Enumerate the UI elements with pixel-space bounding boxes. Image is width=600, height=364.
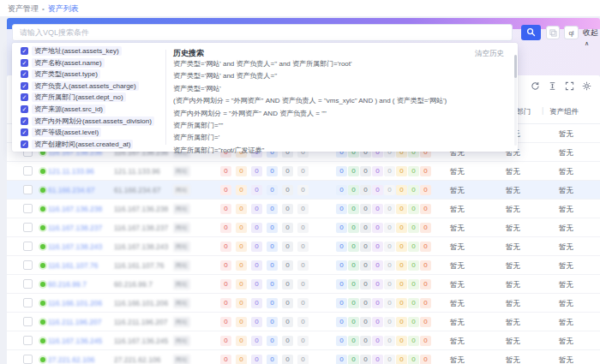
table-row[interactable]: 116.167.138.243116.167.138.243网站00000000… (7, 237, 600, 256)
checkbox-checked-icon[interactable]: ✓ (21, 82, 28, 90)
row-checkbox[interactable] (23, 166, 33, 176)
department-value: 暂无 (506, 167, 520, 177)
checkbox-checked-icon[interactable]: ✓ (21, 70, 28, 78)
asset-link[interactable]: 116.167.136.238 (48, 205, 102, 213)
row-checkbox[interactable] (23, 185, 33, 194)
field-option[interactable]: ✓资产等级(asset.level) (21, 127, 101, 138)
count-badge: 0 (396, 242, 407, 252)
asset-link[interactable]: 61.166.234.67 (48, 186, 94, 194)
checkbox-checked-icon[interactable]: ✓ (21, 117, 28, 125)
department-value: 暂无 (506, 205, 520, 215)
search-button[interactable] (521, 25, 541, 40)
checkbox-checked-icon[interactable]: ✓ (21, 59, 28, 67)
checkbox-checked-icon[interactable]: ✓ (21, 105, 28, 113)
search-input[interactable] (12, 24, 513, 41)
table-row[interactable]: 121.11.133.96121.11.133.96网站000000000000… (7, 162, 600, 181)
asset-link[interactable]: 116.211.196.207 (48, 318, 102, 326)
history-item[interactable]: 资产所属部门=' (173, 133, 499, 144)
field-option[interactable]: ✓资产所属部门(asset.dept_no) (21, 92, 126, 103)
refresh-icon[interactable] (531, 81, 540, 91)
collapse-toggle[interactable]: 收起∧ (583, 27, 600, 47)
field-option[interactable]: ✓资产来源(asset.src_id) (21, 104, 105, 115)
history-item[interactable]: 资产类型='网站' and 资产负责人='' and 资产所属部门='root' (173, 59, 499, 70)
copy-query-button[interactable] (546, 26, 560, 39)
history-item[interactable]: 资产所属部门="root/广发证券" (173, 146, 499, 157)
breadcrumb-section[interactable]: 资产管理 (8, 4, 39, 13)
checkbox-checked-icon[interactable]: ✓ (21, 93, 28, 101)
history-item[interactable]: 资产内外网划分 = "外网资产" AND 资产负责人 = "" (173, 109, 499, 120)
count-badge: 0 (336, 298, 347, 308)
status-online-icon (40, 263, 45, 268)
component-value: 暂无 (559, 242, 573, 253)
asset-link[interactable]: 116.166.101.206 (48, 299, 102, 307)
checkbox-checked-icon[interactable]: ✓ (21, 128, 28, 136)
status-online-icon (40, 319, 45, 325)
asset-link[interactable]: 27.221.62.106 (48, 355, 94, 364)
field-option[interactable]: ✓资产地址(asset.assets_key) (21, 45, 122, 57)
count-badge: 0 (267, 298, 278, 308)
count-badge: 0 (360, 242, 371, 252)
asset-link[interactable]: 60.216.99.7 (48, 280, 87, 289)
row-checkbox[interactable] (23, 242, 33, 251)
vql-mode-button[interactable]: ql (564, 26, 579, 39)
field-option[interactable]: ✓资产类型(asset.type) (21, 69, 100, 80)
component-value: 暂无 (559, 355, 573, 364)
field-option[interactable]: ✓资产名称(asset.name) (21, 57, 105, 69)
count-badge: 0 (348, 204, 359, 214)
breadcrumb-current[interactable]: 资产列表 (48, 4, 79, 13)
field-option[interactable]: ✓资产内外网划分(asset.assets_division) (21, 116, 154, 127)
row-checkbox[interactable] (23, 204, 33, 213)
count-badge: 0 (360, 336, 371, 346)
department-value: 暂无 (506, 261, 520, 272)
table-row[interactable]: 116.167.136.238116.167.136.238网站00000000… (7, 200, 600, 218)
row-checkbox[interactable] (23, 260, 33, 270)
field-option[interactable]: ✓资产负责人(asset.assets_charge) (21, 81, 139, 92)
count-badge: 0 (408, 242, 419, 252)
fullscreen-icon[interactable] (565, 81, 574, 91)
column-settings-icon[interactable] (582, 81, 591, 91)
count-badge: 0 (336, 242, 347, 252)
count-badge: 0 (396, 336, 407, 346)
field-option[interactable]: ✓资产创建时间(asset.created_at) (21, 139, 133, 150)
count-badge: 0 (396, 185, 407, 195)
table-row[interactable]: 116.166.101.206116.166.101.206网站00000000… (7, 294, 600, 313)
row-checkbox[interactable] (23, 317, 33, 326)
header-component[interactable]: 资产组件 (549, 107, 579, 117)
history-item[interactable]: 资产类型='网站' and 资产负责人='' (173, 71, 499, 82)
asset-link[interactable]: 121.11.133.96 (48, 167, 94, 176)
asset-link[interactable]: 116.167.138.243 (48, 242, 102, 251)
count-badge: 0 (236, 185, 247, 195)
badge-group-risk: 000000 (220, 279, 309, 289)
table-row[interactable]: 116.167.138.237116.167.138.237网站00000000… (7, 218, 600, 237)
checkbox-checked-icon[interactable]: ✓ (21, 140, 28, 148)
table-row[interactable]: 116.167.136.245116.167.136.245网站00000000… (7, 331, 600, 350)
count-badge: 0 (267, 355, 278, 364)
empty-value: 暂无 (450, 224, 465, 234)
row-checkbox[interactable] (23, 298, 33, 307)
count-badge: 0 (384, 242, 395, 252)
badge-group-ports: 00000000 (336, 166, 431, 176)
dropdown-scrollbar-thumb[interactable] (514, 55, 517, 78)
table-row[interactable]: 116.211.196.207116.211.196.207网站00000000… (7, 313, 600, 331)
row-checkbox[interactable] (23, 279, 33, 289)
table-row[interactable]: 27.221.62.10627.221.62.106网站000000000000… (7, 350, 600, 364)
row-checkbox[interactable] (23, 355, 33, 364)
asset-link[interactable]: 116.167.136.245 (48, 337, 102, 345)
row-checkbox[interactable] (23, 336, 33, 345)
field-option-label: 资产内外网划分(asset.assets_division) (32, 116, 154, 126)
row-density-icon[interactable] (548, 81, 557, 91)
asset-link[interactable]: 116.161.107.76 (48, 261, 98, 270)
table-row[interactable]: 116.161.107.76116.161.107.76网站0000000000… (7, 256, 600, 275)
asset-link[interactable]: 116.167.138.237 (48, 224, 102, 232)
table-row[interactable]: 61.166.234.6761.166.234.67网站000000000000… (7, 181, 600, 200)
clear-history-button[interactable]: 清空历史 (475, 49, 504, 59)
field-option-label: 资产地址(asset.assets_key) (32, 46, 122, 56)
count-badge: 0 (372, 317, 383, 327)
checkbox-checked-icon[interactable]: ✓ (21, 47, 28, 55)
history-item[interactable]: 资产类型='网站' (173, 84, 499, 95)
history-item[interactable]: (资产内外网划分 = "外网资产" AND 资产负责人 = "vms_xylc"… (173, 96, 499, 107)
history-item[interactable]: 资产所属部门="" (173, 121, 499, 132)
row-checkbox[interactable] (23, 223, 33, 232)
component-value: 暂无 (559, 261, 573, 272)
table-row[interactable]: 60.216.99.760.216.99.7网站00000000000000暂无… (7, 275, 600, 294)
